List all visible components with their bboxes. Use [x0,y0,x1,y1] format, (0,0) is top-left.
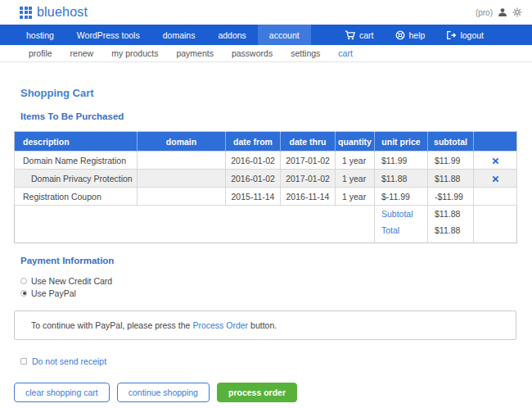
items-section-heading: Items To Be Purchased [20,111,516,121]
nav-item-wordpress-tools[interactable]: WordPress tools [65,25,151,45]
summary-label: Total [375,222,428,238]
cell-quantity: 1 year [336,170,375,188]
cell-date-thru: 2016-11-14 [281,188,336,206]
cell-date-thru: 2017-01-02 [281,170,336,188]
subnav-item-passwords[interactable]: passwords [223,48,282,58]
payment-option-paypal[interactable]: Use PayPal [20,287,516,299]
nav-utility-group: cart help logout [334,25,494,45]
col-header-domain: domain [138,132,226,152]
radio-credit-card[interactable] [20,278,27,284]
cell-subtotal: -$11.99 [428,188,474,206]
payment-options: Use New Credit Card Use PayPal [20,274,516,299]
bluehost-cart-page: bluehost (pro) hosting WordPress tools d… [0,0,532,408]
summary-label: Subtotal [375,206,428,222]
col-header-unit-price: unit price [375,132,428,152]
gear-icon[interactable] [512,7,522,17]
table-row: Registration Coupon 2015-11-14 2016-11-1… [15,188,517,206]
logout-icon [446,30,456,40]
cell-unit-price: $11.99 [375,152,428,170]
cell-date-from: 2016-01-02 [226,152,281,170]
payment-option-label: Use New Credit Card [31,276,112,286]
cell-quantity: 1 year [336,152,375,170]
subnav-item-settings[interactable]: settings [282,48,329,58]
cell-subtotal: $11.99 [428,152,474,170]
cell-domain [138,188,226,206]
nav-item-domains[interactable]: domains [151,25,207,45]
clear-shopping-cart-button[interactable]: clear shopping cart [14,383,110,402]
col-header-date-from: date from [226,132,281,152]
grid-icon [20,7,32,19]
cell-subtotal: $11.88 [428,170,474,188]
cell-domain [138,152,226,170]
summary-row-subtotal: Subtotal $11.88 [15,206,517,222]
continue-shopping-button[interactable]: continue shopping [117,383,210,402]
subnav-item-profile[interactable]: profile [20,48,61,58]
notice-text: To continue with PayPal, please press th… [31,320,190,330]
nav-cart-button[interactable]: cart [334,25,385,45]
page-title: Shopping Cart [20,87,516,99]
nav-left-group: hosting WordPress tools domains addons a… [15,25,311,45]
cell-unit-price: $-11.99 [375,188,428,206]
table-row: Domain Privacy Protection 2016-01-02 201… [15,170,517,188]
nav-item-hosting[interactable]: hosting [15,25,65,45]
subnav-item-renew[interactable]: renew [61,48,103,58]
radio-paypal[interactable] [20,290,27,297]
account-subnav: profile renew my products payments passw… [0,45,532,62]
cell-quantity: 1 year [336,188,375,206]
summary-value: $11.88 [428,206,474,222]
cell-description: Domain Privacy Protection [15,170,138,188]
col-header-description: description [15,132,138,152]
cell-date-from: 2015-11-14 [226,188,281,206]
nav-logout-button[interactable]: logout [435,25,494,45]
cell-description: Domain Name Registration [15,152,138,170]
col-header-actions [474,132,517,152]
action-buttons: clear shopping cart continue shopping pr… [14,383,516,402]
cell-unit-price: $11.88 [375,170,428,188]
user-icon[interactable] [498,7,507,17]
receipt-label: Do not send receipt [32,356,106,366]
cell-date-from: 2016-01-02 [226,170,281,188]
col-header-date-thru: date thru [281,132,336,152]
main-navigation: hosting WordPress tools domains addons a… [0,25,532,45]
receipt-option[interactable]: Do not send receipt [20,356,516,366]
notice-text: button. [250,320,277,330]
main-content: Shopping Cart Items To Be Purchased desc… [0,87,532,402]
process-order-button[interactable]: process order [217,383,297,402]
plan-badge: (pro) [476,8,493,17]
subnav-item-my-products[interactable]: my products [102,48,167,58]
summary-value: $11.88 [428,222,474,238]
nav-item-addons[interactable]: addons [206,25,257,45]
remove-icon[interactable] [492,175,499,183]
table-row: Domain Name Registration 2016-01-02 2017… [15,152,517,170]
nav-spacer [311,25,334,45]
payment-option-label: Use PayPal [31,288,76,298]
payment-section-heading: Payment Information [20,256,516,265]
nav-item-account[interactable]: account [258,25,311,45]
cart-table: description domain date from date thru q… [14,131,517,243]
subnav-item-cart[interactable]: cart [329,48,362,58]
help-icon [395,30,405,40]
cell-description: Registration Coupon [15,188,138,206]
nav-help-button[interactable]: help [385,25,436,45]
summary-row-total: Total $11.88 [15,222,517,238]
payment-option-credit-card[interactable]: Use New Credit Card [20,274,516,287]
table-header-row: description domain date from date thru q… [15,132,517,152]
cell-domain [138,170,226,188]
receipt-checkbox[interactable] [20,358,27,365]
bluehost-logo[interactable]: bluehost [20,5,88,20]
cart-icon [345,30,355,40]
col-header-subtotal: subtotal [428,132,474,152]
account-status-area: (pro) [476,7,522,17]
col-header-quantity: quantity [336,132,375,152]
subnav-item-payments[interactable]: payments [167,48,223,58]
cell-date-thru: 2017-01-02 [281,152,336,170]
top-header: bluehost (pro) [0,0,532,25]
paypal-notice-box: To continue with PayPal, please press th… [14,311,516,340]
logo-text: bluehost [37,5,88,20]
remove-icon[interactable] [492,157,499,165]
summary-filler-row [15,238,517,243]
process-order-link[interactable]: Process Order [192,320,248,330]
